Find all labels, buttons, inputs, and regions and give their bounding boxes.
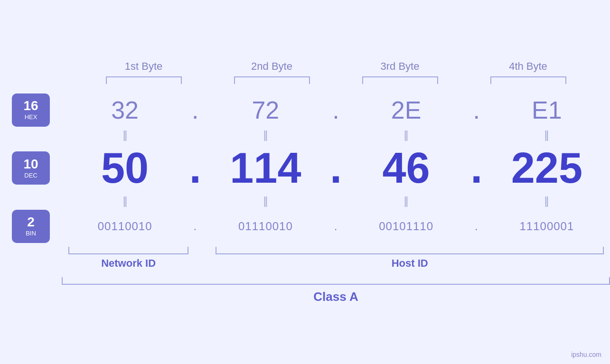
eq2-4: ‖ (484, 195, 610, 207)
bin-base-label: BIN (26, 230, 36, 237)
dec-val-2: 114 (202, 144, 328, 193)
class-a-wrap: Class A (62, 277, 610, 304)
top-bracket-3 (362, 76, 438, 84)
hex-badge: 16 HEX (12, 93, 50, 127)
eq-row-2: ‖ ‖ ‖ ‖ (0, 193, 610, 210)
bin-badge: 2 BIN (12, 210, 50, 243)
network-id-bracket-wrap: Network ID (62, 247, 195, 270)
eq1-3: ‖ (343, 129, 469, 141)
nh-dot-spacer (195, 247, 209, 270)
hex-dot-1: . (188, 96, 202, 124)
host-id-label: Host ID (392, 257, 428, 270)
hex-dot-2: . (329, 96, 343, 124)
host-id-bracket (216, 247, 604, 254)
hex-val-1: 32 (62, 96, 188, 124)
hex-dot-3: . (469, 96, 484, 124)
bracket-cell-2 (208, 76, 336, 84)
hex-base-label: HEX (25, 113, 38, 121)
dec-val-1: 50 (62, 144, 188, 193)
bracket-cell-1 (80, 76, 208, 84)
watermark: ipshu.com (571, 351, 601, 358)
dec-badge-cell: 10 DEC (0, 144, 62, 193)
bin-val-3: 00101110 (343, 220, 469, 233)
dec-dot-1: . (188, 144, 202, 193)
hex-val-3: 2E (343, 96, 469, 124)
hex-val-4: E1 (484, 96, 610, 124)
hex-values: 32 . 72 . 2E . E1 (62, 93, 610, 127)
nh-brackets-area: Network ID Host ID (62, 247, 610, 270)
bin-base-num: 2 (27, 215, 35, 229)
eq1-1: ‖ (62, 129, 188, 141)
bracket-cell-3 (336, 76, 464, 84)
dec-values: 50 . 114 . 46 . 225 (62, 144, 610, 193)
dec-base-num: 10 (23, 158, 38, 171)
byte2-header: 2nd Byte (208, 60, 336, 73)
network-id-label: Network ID (101, 257, 156, 270)
hex-base-num: 16 (23, 99, 38, 112)
bin-badge-cell: 2 BIN (0, 210, 62, 243)
eq2-2: ‖ (202, 195, 328, 207)
class-a-section: Class A (0, 277, 610, 304)
eq-label-spacer-1 (0, 127, 62, 144)
eq-row-1: ‖ ‖ ‖ ‖ (0, 127, 610, 144)
dec-base-label: DEC (24, 172, 37, 179)
eq2-3: ‖ (343, 195, 469, 207)
eq1-4: ‖ (484, 129, 610, 141)
bin-dot-2: . (329, 220, 343, 233)
top-bracket-4 (490, 76, 566, 84)
host-id-bracket-wrap: Host ID (209, 247, 610, 270)
bin-dot-1: . (188, 220, 202, 233)
eq-values-1: ‖ ‖ ‖ ‖ (62, 127, 610, 144)
dec-val-3: 46 (343, 144, 469, 193)
hex-row: 16 HEX 32 . 72 . 2E . E1 (0, 93, 610, 127)
dec-val-4: 225 (484, 144, 610, 193)
bin-val-4: 11100001 (484, 220, 610, 233)
top-brackets (80, 76, 592, 84)
top-bracket-1 (106, 76, 182, 84)
top-bracket-2 (234, 76, 310, 84)
dec-row: 10 DEC 50 . 114 . 46 . 225 (0, 144, 610, 193)
hex-val-2: 72 (202, 96, 328, 124)
byte1-header: 1st Byte (80, 60, 208, 73)
class-a-label: Class A (62, 289, 610, 304)
dec-badge: 10 DEC (12, 151, 50, 185)
bracket-cell-4 (464, 76, 592, 84)
bin-val-1: 00110010 (62, 220, 188, 233)
bin-values: 00110010 . 01110010 . 00101110 . 1110000… (62, 210, 610, 243)
class-a-bracket (62, 277, 610, 285)
eq-label-spacer-2 (0, 193, 62, 210)
dec-dot-2: . (329, 144, 343, 193)
class-spacer (0, 277, 62, 304)
network-host-section: Network ID Host ID (0, 247, 610, 270)
byte3-header: 3rd Byte (336, 60, 464, 73)
byte4-header: 4th Byte (464, 60, 592, 73)
eq1-2: ‖ (202, 129, 328, 141)
eq2-1: ‖ (62, 195, 188, 207)
byte-headers: 1st Byte 2nd Byte 3rd Byte 4th Byte (80, 60, 592, 73)
dec-dot-3: . (469, 144, 484, 193)
main-container: 1st Byte 2nd Byte 3rd Byte 4th Byte 16 H… (0, 0, 610, 364)
nh-label-spacer (0, 247, 62, 270)
bin-dot-3: . (469, 220, 484, 233)
bin-val-2: 01110010 (202, 220, 328, 233)
network-id-bracket (68, 247, 188, 254)
eq-values-2: ‖ ‖ ‖ ‖ (62, 193, 610, 210)
hex-badge-cell: 16 HEX (0, 93, 62, 127)
bin-row: 2 BIN 00110010 . 01110010 . 00101110 . 1… (0, 210, 610, 243)
